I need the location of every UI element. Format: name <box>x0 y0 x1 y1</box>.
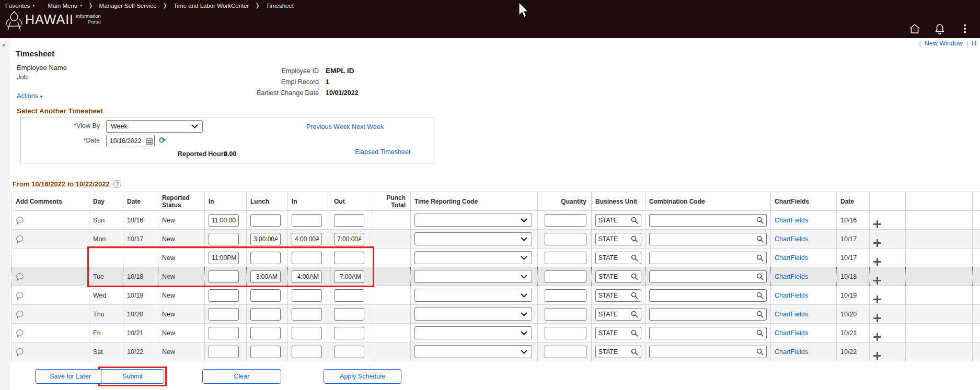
lookup-magnifier-icon[interactable] <box>756 311 764 318</box>
in2-time-input[interactable] <box>292 308 322 321</box>
time-reporting-code-select[interactable] <box>414 289 532 302</box>
quantity-input[interactable] <box>545 346 586 358</box>
quantity-input[interactable] <box>545 233 586 245</box>
lookup-magnifier-icon[interactable] <box>631 329 638 337</box>
quantity-input[interactable] <box>545 252 586 264</box>
combination-code-input[interactable] <box>652 254 756 262</box>
in-time-input[interactable] <box>209 308 239 321</box>
in2-time-input[interactable] <box>292 270 322 283</box>
out-time-input[interactable] <box>334 252 364 264</box>
add-comment-icon[interactable] <box>16 291 24 300</box>
quantity-input[interactable] <box>545 327 586 339</box>
bell-icon[interactable] <box>934 23 946 34</box>
kebab-menu-icon[interactable] <box>959 23 971 34</box>
lunch-time-input[interactable] <box>250 327 281 339</box>
home-icon[interactable] <box>909 23 920 34</box>
combination-code-input[interactable] <box>652 311 756 318</box>
lookup-magnifier-icon[interactable] <box>631 311 638 318</box>
chartfields-link[interactable]: ChartFields <box>775 292 808 299</box>
out-time-input[interactable] <box>334 308 364 321</box>
in-time-input[interactable] <box>209 289 239 302</box>
in-time-input[interactable] <box>209 252 239 264</box>
in-time-input[interactable] <box>209 270 239 283</box>
new-window-link[interactable]: New Window <box>925 40 963 47</box>
lunch-time-input[interactable] <box>250 270 281 283</box>
chartfields-link[interactable]: ChartFields <box>775 329 808 337</box>
chartfields-link[interactable]: ChartFields <box>775 311 808 318</box>
out-time-input[interactable] <box>334 289 364 302</box>
combination-code-input[interactable] <box>652 329 756 337</box>
elapsed-timesheet-link[interactable]: Elapsed Timesheet <box>355 148 410 156</box>
time-reporting-code-select[interactable] <box>414 308 532 321</box>
lookup-magnifier-icon[interactable] <box>631 235 638 243</box>
add-comment-icon[interactable] <box>16 329 24 337</box>
next-week-link[interactable]: Next Week <box>352 123 384 131</box>
breadcrumb-item[interactable]: Favorites▾ <box>5 3 34 9</box>
quantity-input[interactable] <box>545 308 586 321</box>
previous-week-link[interactable]: Previous Week <box>306 123 350 131</box>
lookup-magnifier-icon[interactable] <box>756 273 764 280</box>
breadcrumb-item[interactable]: Main Menu▾ <box>48 3 82 9</box>
chartfields-link[interactable]: ChartFields <box>775 217 808 224</box>
business-unit-input[interactable] <box>598 217 631 224</box>
in2-time-input[interactable] <box>292 214 322 227</box>
out-time-input[interactable] <box>334 270 364 283</box>
help-link[interactable]: H <box>972 40 976 47</box>
lunch-time-input[interactable] <box>250 346 281 358</box>
lookup-magnifier-icon[interactable] <box>756 292 764 299</box>
in-time-input[interactable] <box>209 214 239 227</box>
lookup-magnifier-icon[interactable] <box>631 254 638 262</box>
lunch-time-input[interactable] <box>250 214 281 227</box>
time-reporting-code-select[interactable] <box>414 270 532 283</box>
chartfields-link[interactable]: ChartFields <box>775 235 808 243</box>
view-by-select[interactable]: Week <box>106 120 203 133</box>
in2-time-input[interactable] <box>292 233 322 245</box>
business-unit-input[interactable] <box>598 329 631 337</box>
lunch-time-input[interactable] <box>250 289 281 302</box>
in2-time-input[interactable] <box>292 327 322 339</box>
breadcrumb-item[interactable]: Time and Labor WorkCenter <box>174 3 249 9</box>
business-unit-input[interactable] <box>598 311 631 318</box>
combination-code-input[interactable] <box>652 235 756 243</box>
combination-code-input[interactable] <box>652 273 756 280</box>
save-for-later-button[interactable]: Save for Later <box>35 369 106 384</box>
add-comment-icon[interactable] <box>16 348 24 356</box>
add-comment-icon[interactable] <box>16 273 24 281</box>
chartfields-link[interactable]: ChartFields <box>775 273 808 280</box>
lookup-magnifier-icon[interactable] <box>756 254 764 262</box>
out-time-input[interactable] <box>334 327 364 339</box>
lookup-magnifier-icon[interactable] <box>756 329 764 337</box>
combination-code-input[interactable] <box>652 348 756 356</box>
lunch-time-input[interactable] <box>250 233 281 245</box>
apply-schedule-button[interactable]: Apply Schedule <box>324 369 401 384</box>
time-reporting-code-select[interactable] <box>414 214 532 227</box>
expand-sidebar-button[interactable]: » <box>2 41 6 49</box>
combination-code-input[interactable] <box>652 217 756 224</box>
lookup-magnifier-icon[interactable] <box>631 217 638 224</box>
quantity-input[interactable] <box>545 270 586 283</box>
in2-time-input[interactable] <box>292 252 322 264</box>
lunch-time-input[interactable] <box>250 308 281 321</box>
quantity-input[interactable] <box>545 214 586 227</box>
time-reporting-code-select[interactable] <box>414 326 532 339</box>
business-unit-input[interactable] <box>598 348 631 356</box>
business-unit-input[interactable] <box>598 254 631 262</box>
clear-button[interactable]: Clear <box>202 369 281 384</box>
business-unit-input[interactable] <box>598 292 631 299</box>
actions-menu-link[interactable]: Actions ▾ <box>17 92 42 100</box>
add-comment-icon[interactable] <box>16 216 24 224</box>
in-time-input[interactable] <box>209 327 239 339</box>
help-icon[interactable]: ? <box>113 180 121 188</box>
time-reporting-code-select[interactable] <box>414 345 532 358</box>
breadcrumb-item[interactable]: Manager Self Service <box>99 3 157 9</box>
in-time-input[interactable] <box>209 346 239 358</box>
lunch-time-input[interactable] <box>250 252 281 264</box>
add-comment-icon[interactable] <box>16 310 24 318</box>
out-time-input[interactable] <box>334 233 364 245</box>
lookup-magnifier-icon[interactable] <box>631 348 638 356</box>
date-input[interactable] <box>107 137 144 145</box>
time-reporting-code-select[interactable] <box>414 251 532 264</box>
time-reporting-code-select[interactable] <box>414 232 532 245</box>
quantity-input[interactable] <box>545 289 586 302</box>
in2-time-input[interactable] <box>292 289 322 302</box>
